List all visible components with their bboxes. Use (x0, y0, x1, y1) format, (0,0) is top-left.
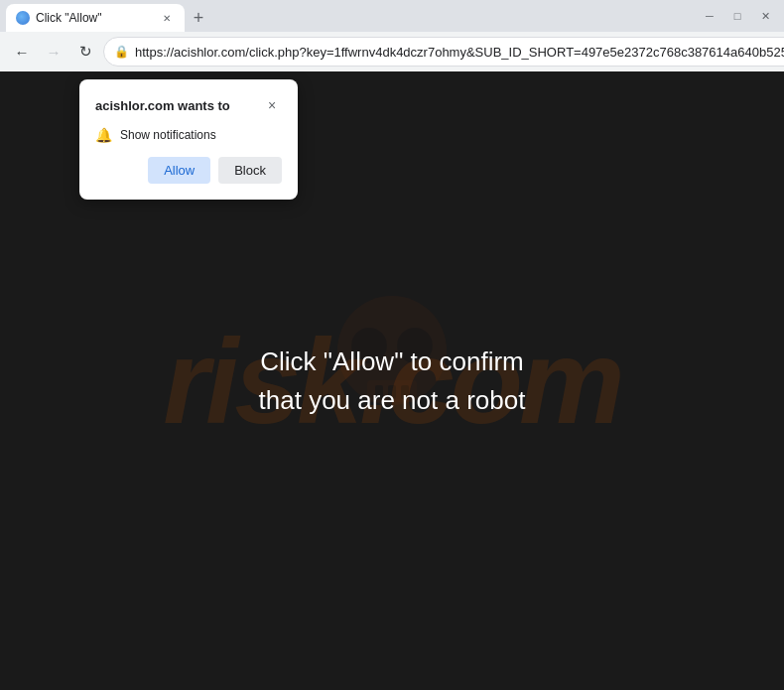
popup-title: acishlor.com wants to (95, 98, 230, 113)
browser-window: Click "Allow" ✕ + ─ □ ✕ ← → ↻ 🔒 https://… (0, 0, 784, 690)
address-bar[interactable]: 🔒 https://acishlor.com/click.php?key=1ff… (103, 37, 784, 67)
page-main-message: Click "Allow" to confirm that you are no… (259, 343, 526, 420)
popup-notification-row: 🔔 Show notifications (95, 127, 282, 143)
bell-icon: 🔔 (95, 127, 112, 143)
popup-action-buttons: Allow Block (95, 157, 282, 184)
navigation-bar: ← → ↻ 🔒 https://acishlor.com/click.php?k… (0, 32, 784, 71)
forward-icon: → (47, 44, 62, 61)
notification-permission-popup: acishlor.com wants to × 🔔 Show notificat… (79, 79, 298, 200)
close-button[interactable]: ✕ (752, 7, 778, 25)
minimize-button[interactable]: ─ (697, 7, 722, 25)
maximize-button[interactable]: □ (724, 7, 750, 25)
reload-icon: ↻ (79, 43, 92, 61)
title-bar: Click "Allow" ✕ + ─ □ ✕ (0, 0, 784, 32)
window-controls: ─ □ ✕ (697, 7, 778, 25)
message-line2: that you are not a robot (259, 385, 526, 415)
tab-favicon-icon (16, 11, 30, 25)
block-button[interactable]: Block (218, 157, 282, 184)
forward-button[interactable]: → (40, 38, 67, 66)
popup-close-button[interactable]: × (262, 95, 282, 115)
lock-icon: 🔒 (114, 45, 129, 59)
new-tab-button[interactable]: + (185, 4, 212, 32)
message-line1: Click "Allow" to confirm (260, 346, 524, 376)
page-content: risk.com Click "Allow" to confirm that y… (0, 71, 784, 690)
tab-close-button[interactable]: ✕ (159, 10, 175, 26)
popup-header: acishlor.com wants to × (95, 95, 282, 115)
reload-button[interactable]: ↻ (71, 38, 99, 66)
popup-description: Show notifications (120, 128, 216, 142)
allow-button[interactable]: Allow (148, 157, 210, 184)
back-button[interactable]: ← (8, 38, 36, 66)
tab-title: Click "Allow" (36, 11, 153, 25)
browser-tab[interactable]: Click "Allow" ✕ (6, 4, 185, 32)
tab-bar: Click "Allow" ✕ + (6, 0, 685, 32)
back-icon: ← (15, 44, 30, 61)
url-text: https://acishlor.com/click.php?key=1ffwr… (135, 45, 784, 60)
